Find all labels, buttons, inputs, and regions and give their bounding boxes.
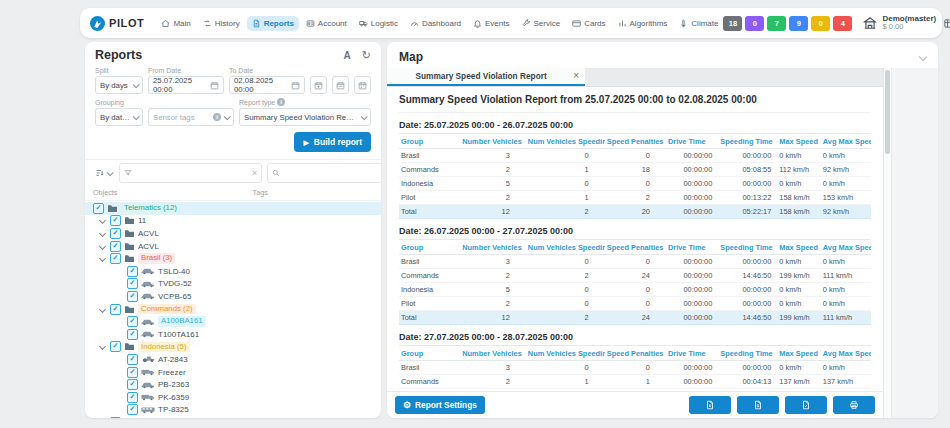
checkbox-checked[interactable] <box>127 392 138 403</box>
tags-filter-input[interactable] <box>135 168 249 179</box>
checkbox-checked[interactable] <box>127 367 138 378</box>
sort-button[interactable] <box>93 168 114 178</box>
chevron-down-icon[interactable] <box>99 343 106 350</box>
table-row[interactable]: Pilot20000:00:0000:00:000 km/h0 km/h <box>399 297 871 311</box>
table-row[interactable]: Brasil30000:00:0000:00:000 km/h0 km/h <box>399 149 871 163</box>
tags-filter-field[interactable] <box>119 163 262 183</box>
checkbox-checked[interactable] <box>127 329 138 340</box>
checkbox-checked[interactable] <box>127 278 138 289</box>
tab-summary-speed-violation-report[interactable]: Summary Speed Violation Report <box>387 68 585 86</box>
table-row[interactable]: Pilot21200:00:0000:13:22158 km/h153 km/h <box>399 191 871 205</box>
chevron-down-icon[interactable] <box>99 230 106 237</box>
nav-item-climate[interactable]: Climate <box>674 16 723 31</box>
grid-icon[interactable] <box>943 18 950 29</box>
nav-item-dashboard[interactable]: Dashboard <box>405 16 466 31</box>
date-preset-day-button[interactable] <box>310 76 327 94</box>
table-row[interactable]: Commands222400:00:0014:46:50199 km/h111 … <box>399 269 871 283</box>
checkbox-checked[interactable] <box>93 203 104 214</box>
table-row[interactable]: Commands211800:00:0005:08:55112 km/h92 k… <box>399 163 871 177</box>
close-icon[interactable] <box>569 71 579 81</box>
checkbox-checked[interactable] <box>127 404 138 415</box>
nav-item-service[interactable]: Service <box>517 16 566 31</box>
clear-icon[interactable] <box>252 168 257 178</box>
date-preset-week-button[interactable] <box>332 76 349 94</box>
grouping-select[interactable]: By dates <box>95 108 143 126</box>
split-select[interactable]: By days <box>95 76 143 94</box>
chevron-down-icon[interactable] <box>99 217 106 224</box>
checkbox-checked[interactable] <box>110 228 121 239</box>
nav-item-reports[interactable]: Reports <box>247 16 299 31</box>
checkbox-checked[interactable] <box>110 304 121 315</box>
print-button[interactable] <box>833 396 875 414</box>
tree-item-brasil-3[interactable]: Brasil (3) <box>85 252 381 265</box>
user-menu[interactable]: Demo(master) $ 0.00 <box>863 14 936 32</box>
sensor-tags-select[interactable]: Sensor tags <box>148 108 234 126</box>
table-row[interactable]: Brasil30000:00:0000:00:000 km/h0 km/h <box>399 361 871 375</box>
checkbox-checked[interactable] <box>127 266 138 277</box>
collapse-chevron-icon[interactable] <box>919 53 927 61</box>
table-row[interactable]: Total1222000:00:0005:22:17158 km/h92 km/… <box>399 205 871 219</box>
scrollbar-thumb[interactable] <box>885 70 890 154</box>
checkbox-checked[interactable] <box>127 379 138 390</box>
objects-search-input[interactable] <box>283 168 381 179</box>
counter-badge[interactable]: 18 <box>723 16 742 31</box>
checkbox-checked[interactable] <box>110 417 121 418</box>
to-date-input[interactable]: 02.08.2025 00:00 <box>229 76 305 94</box>
counter-badge[interactable]: 4 <box>833 16 852 31</box>
export-table-button[interactable] <box>785 396 827 414</box>
tree-item-tvdg-52[interactable]: TVDG-52 <box>85 278 381 291</box>
checkbox-checked[interactable] <box>127 291 138 302</box>
tree-item-11[interactable]: 11 <box>85 215 381 228</box>
tree-item-tp-8325[interactable]: TP-8325 <box>85 404 381 417</box>
counter-badge[interactable]: 0 <box>811 16 830 31</box>
tree-item-at-2843[interactable]: AT-2843 <box>85 353 381 366</box>
checkbox-checked[interactable] <box>127 354 138 365</box>
refresh-icon[interactable] <box>362 49 371 62</box>
chevron-down-icon[interactable] <box>99 306 106 313</box>
checkbox-checked[interactable] <box>110 341 121 352</box>
tree-item-indonesia-5[interactable]: Indonesia (5) <box>85 341 381 354</box>
nav-item-cards[interactable]: Cards <box>567 16 610 31</box>
report-template-icon[interactable] <box>344 50 351 61</box>
tree-item-tsld-40[interactable]: TSLD-40 <box>85 265 381 278</box>
tree-item-jzone[interactable]: JZone <box>85 416 381 418</box>
table-row[interactable]: Indonesia50000:00:0000:00:000 km/h0 km/h <box>399 283 871 297</box>
chevron-down-icon[interactable] <box>99 255 106 262</box>
tree-item-vcpb-65[interactable]: VCPB-65 <box>85 290 381 303</box>
counter-badge[interactable]: 9 <box>789 16 808 31</box>
checkbox-checked[interactable] <box>110 241 121 252</box>
report-scrollbar[interactable] <box>884 68 892 418</box>
tree-item-acvl[interactable]: ACVL <box>85 227 381 240</box>
tree-item-pb-2363[interactable]: PB-2363 <box>85 378 381 391</box>
nav-item-history[interactable]: History <box>198 16 245 31</box>
report-type-select[interactable]: Summary Speed Violation Report <box>239 108 371 126</box>
brand[interactable]: PILOT <box>90 16 144 31</box>
export-file-button[interactable] <box>689 396 731 414</box>
build-report-button[interactable]: Build report <box>294 132 371 152</box>
checkbox-checked[interactable] <box>110 253 121 264</box>
tree-item-pk-6359[interactable]: PK-6359 <box>85 391 381 404</box>
nav-item-algorithms[interactable]: Algorithms <box>613 16 673 31</box>
nav-item-events[interactable]: Events <box>468 16 514 31</box>
table-row[interactable]: Total1222400:00:0014:46:50199 km/h111 km… <box>399 311 871 325</box>
tree-item-a100ba161[interactable]: A100BA161 <box>85 315 381 328</box>
checkbox-checked[interactable] <box>127 316 138 327</box>
calendar-icon[interactable] <box>210 81 219 90</box>
chevron-down-icon[interactable] <box>99 243 106 250</box>
from-date-input[interactable]: 25.07.2025 00:00 <box>148 76 224 94</box>
table-row[interactable]: Indonesia50000:00:0000:00:000 km/h0 km/h <box>399 177 871 191</box>
counter-badge[interactable]: 0 <box>745 16 764 31</box>
tree-item-telematics-12[interactable]: Telematics (12) <box>85 202 381 215</box>
export-document-button[interactable] <box>737 396 779 414</box>
counter-badge[interactable]: 7 <box>767 16 786 31</box>
report-settings-button[interactable]: Report Settings <box>395 396 485 414</box>
checkbox-checked[interactable] <box>110 215 121 226</box>
calendar-icon[interactable] <box>291 81 300 90</box>
table-row[interactable]: Brasil30000:00:0000:00:000 km/h0 km/h <box>399 255 871 269</box>
tree-item-acvl[interactable]: ACVL <box>85 240 381 253</box>
tree-item-commands-2[interactable]: Commands (2) <box>85 303 381 316</box>
nav-item-logistic[interactable]: Logistic <box>354 16 403 31</box>
objects-search-field[interactable] <box>267 163 381 183</box>
nav-item-account[interactable]: Account <box>301 16 352 31</box>
nav-item-main[interactable]: Main <box>156 16 195 31</box>
